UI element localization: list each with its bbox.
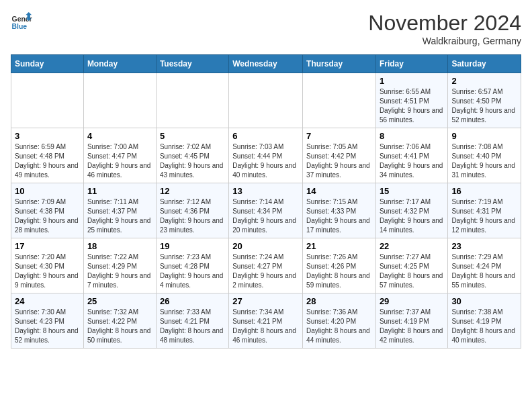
calendar-cell: 17Sunrise: 7:20 AM Sunset: 4:30 PM Dayli…	[11, 238, 84, 293]
day-number: 4	[87, 131, 152, 141]
day-info: Sunrise: 7:29 AM Sunset: 4:24 PM Dayligh…	[451, 253, 517, 290]
day-number: 20	[232, 241, 299, 251]
logo: General Blue	[11, 11, 32, 32]
day-number: 23	[451, 241, 517, 251]
day-info: Sunrise: 7:34 AM Sunset: 4:21 PM Dayligh…	[232, 308, 299, 345]
day-info: Sunrise: 7:00 AM Sunset: 4:47 PM Dayligh…	[87, 142, 152, 180]
page-header: General Blue November 2024 Waldkraiburg,…	[11, 11, 521, 46]
title-block: November 2024 Waldkraiburg, Germany	[368, 11, 521, 46]
column-header-monday: Monday	[83, 55, 156, 73]
day-info: Sunrise: 7:14 AM Sunset: 4:34 PM Dayligh…	[232, 197, 299, 235]
calendar-cell: 28Sunrise: 7:36 AM Sunset: 4:20 PM Dayli…	[303, 293, 376, 349]
day-number: 22	[380, 241, 444, 251]
location: Waldkraiburg, Germany	[368, 36, 521, 46]
calendar-cell: 5Sunrise: 7:02 AM Sunset: 4:45 PM Daylig…	[156, 128, 228, 183]
day-number: 17	[15, 241, 80, 251]
day-number: 3	[15, 131, 80, 141]
calendar-cell: 6Sunrise: 7:03 AM Sunset: 4:44 PM Daylig…	[229, 128, 303, 183]
calendar-cell: 19Sunrise: 7:23 AM Sunset: 4:28 PM Dayli…	[156, 238, 228, 293]
day-number: 28	[306, 296, 372, 306]
calendar-cell	[156, 73, 228, 128]
calendar-cell: 12Sunrise: 7:12 AM Sunset: 4:36 PM Dayli…	[156, 183, 228, 238]
day-info: Sunrise: 7:23 AM Sunset: 4:28 PM Dayligh…	[160, 253, 225, 290]
calendar-week-2: 3Sunrise: 6:59 AM Sunset: 4:48 PM Daylig…	[11, 128, 521, 183]
calendar-cell	[303, 73, 376, 128]
calendar-cell: 3Sunrise: 6:59 AM Sunset: 4:48 PM Daylig…	[11, 128, 84, 183]
day-info: Sunrise: 6:57 AM Sunset: 4:50 PM Dayligh…	[451, 87, 517, 125]
calendar-table: SundayMondayTuesdayWednesdayThursdayFrid…	[11, 54, 521, 349]
calendar-cell: 1Sunrise: 6:55 AM Sunset: 4:51 PM Daylig…	[375, 73, 447, 128]
calendar-cell: 22Sunrise: 7:27 AM Sunset: 4:25 PM Dayli…	[375, 238, 447, 293]
calendar-week-5: 24Sunrise: 7:30 AM Sunset: 4:23 PM Dayli…	[11, 293, 521, 349]
day-number: 24	[15, 296, 80, 306]
calendar-cell: 25Sunrise: 7:32 AM Sunset: 4:22 PM Dayli…	[83, 293, 156, 349]
logo-icon: General Blue	[11, 11, 32, 32]
day-info: Sunrise: 7:33 AM Sunset: 4:21 PM Dayligh…	[160, 308, 225, 345]
calendar-cell: 2Sunrise: 6:57 AM Sunset: 4:50 PM Daylig…	[448, 73, 521, 128]
day-number: 19	[160, 241, 225, 251]
day-info: Sunrise: 7:15 AM Sunset: 4:33 PM Dayligh…	[306, 197, 372, 235]
calendar-cell: 15Sunrise: 7:17 AM Sunset: 4:32 PM Dayli…	[375, 183, 447, 238]
calendar-cell	[229, 73, 303, 128]
day-info: Sunrise: 7:20 AM Sunset: 4:30 PM Dayligh…	[15, 253, 80, 290]
column-header-friday: Friday	[375, 55, 447, 73]
day-info: Sunrise: 7:11 AM Sunset: 4:37 PM Dayligh…	[87, 197, 152, 235]
day-number: 7	[306, 131, 372, 141]
calendar-cell: 20Sunrise: 7:24 AM Sunset: 4:27 PM Dayli…	[229, 238, 303, 293]
day-number: 10	[15, 186, 80, 196]
calendar-cell	[83, 73, 156, 128]
day-info: Sunrise: 7:38 AM Sunset: 4:19 PM Dayligh…	[451, 308, 517, 345]
calendar-cell: 27Sunrise: 7:34 AM Sunset: 4:21 PM Dayli…	[229, 293, 303, 349]
day-number: 25	[87, 296, 152, 306]
calendar-body: 1Sunrise: 6:55 AM Sunset: 4:51 PM Daylig…	[11, 73, 521, 349]
day-info: Sunrise: 7:17 AM Sunset: 4:32 PM Dayligh…	[380, 197, 444, 235]
day-number: 2	[451, 76, 517, 86]
month-title: November 2024	[368, 11, 521, 36]
calendar-cell: 16Sunrise: 7:19 AM Sunset: 4:31 PM Dayli…	[448, 183, 521, 238]
calendar-cell: 21Sunrise: 7:26 AM Sunset: 4:26 PM Dayli…	[303, 238, 376, 293]
calendar-cell: 30Sunrise: 7:38 AM Sunset: 4:19 PM Dayli…	[448, 293, 521, 349]
day-info: Sunrise: 7:03 AM Sunset: 4:44 PM Dayligh…	[232, 142, 299, 180]
day-number: 30	[451, 296, 517, 306]
day-info: Sunrise: 7:37 AM Sunset: 4:19 PM Dayligh…	[380, 308, 444, 345]
calendar-cell: 9Sunrise: 7:08 AM Sunset: 4:40 PM Daylig…	[448, 128, 521, 183]
calendar-cell: 24Sunrise: 7:30 AM Sunset: 4:23 PM Dayli…	[11, 293, 84, 349]
day-info: Sunrise: 6:55 AM Sunset: 4:51 PM Dayligh…	[380, 87, 444, 125]
day-number: 6	[232, 131, 299, 141]
calendar-cell: 26Sunrise: 7:33 AM Sunset: 4:21 PM Dayli…	[156, 293, 228, 349]
calendar-cell: 8Sunrise: 7:06 AM Sunset: 4:41 PM Daylig…	[375, 128, 447, 183]
calendar-cell: 13Sunrise: 7:14 AM Sunset: 4:34 PM Dayli…	[229, 183, 303, 238]
day-info: Sunrise: 7:36 AM Sunset: 4:20 PM Dayligh…	[306, 308, 372, 345]
day-number: 11	[87, 186, 152, 196]
day-info: Sunrise: 7:27 AM Sunset: 4:25 PM Dayligh…	[380, 253, 444, 290]
day-info: Sunrise: 7:24 AM Sunset: 4:27 PM Dayligh…	[232, 253, 299, 290]
day-info: Sunrise: 7:22 AM Sunset: 4:29 PM Dayligh…	[87, 253, 152, 290]
day-info: Sunrise: 7:26 AM Sunset: 4:26 PM Dayligh…	[306, 253, 372, 290]
calendar-week-4: 17Sunrise: 7:20 AM Sunset: 4:30 PM Dayli…	[11, 238, 521, 293]
calendar-cell: 23Sunrise: 7:29 AM Sunset: 4:24 PM Dayli…	[448, 238, 521, 293]
day-number: 5	[160, 131, 225, 141]
column-header-saturday: Saturday	[448, 55, 521, 73]
day-number: 13	[232, 186, 299, 196]
column-header-tuesday: Tuesday	[156, 55, 228, 73]
day-number: 8	[380, 131, 444, 141]
day-info: Sunrise: 7:09 AM Sunset: 4:38 PM Dayligh…	[15, 197, 80, 235]
column-header-sunday: Sunday	[11, 55, 84, 73]
day-info: Sunrise: 7:19 AM Sunset: 4:31 PM Dayligh…	[451, 197, 517, 235]
calendar-cell: 7Sunrise: 7:05 AM Sunset: 4:42 PM Daylig…	[303, 128, 376, 183]
day-info: Sunrise: 7:06 AM Sunset: 4:41 PM Dayligh…	[380, 142, 444, 180]
calendar-header-row: SundayMondayTuesdayWednesdayThursdayFrid…	[11, 55, 521, 73]
day-number: 1	[380, 76, 444, 86]
calendar-cell	[11, 73, 84, 128]
calendar-cell: 4Sunrise: 7:00 AM Sunset: 4:47 PM Daylig…	[83, 128, 156, 183]
day-info: Sunrise: 7:02 AM Sunset: 4:45 PM Dayligh…	[160, 142, 225, 180]
svg-text:Blue: Blue	[12, 23, 28, 30]
day-info: Sunrise: 7:12 AM Sunset: 4:36 PM Dayligh…	[160, 197, 225, 235]
day-info: Sunrise: 7:30 AM Sunset: 4:23 PM Dayligh…	[15, 308, 80, 345]
calendar-cell: 11Sunrise: 7:11 AM Sunset: 4:37 PM Dayli…	[83, 183, 156, 238]
calendar-cell: 14Sunrise: 7:15 AM Sunset: 4:33 PM Dayli…	[303, 183, 376, 238]
calendar-cell: 10Sunrise: 7:09 AM Sunset: 4:38 PM Dayli…	[11, 183, 84, 238]
day-number: 15	[380, 186, 444, 196]
day-number: 16	[451, 186, 517, 196]
day-number: 27	[232, 296, 299, 306]
